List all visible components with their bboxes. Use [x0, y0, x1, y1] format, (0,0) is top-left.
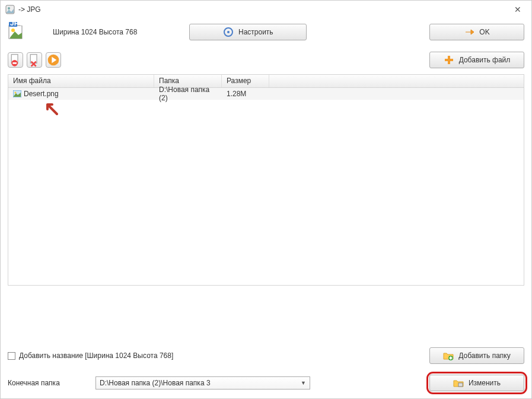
- image-file-icon: [13, 90, 21, 97]
- chevron-down-icon: ▼: [301, 380, 306, 386]
- table-header: Имя файла Папка Размер: [8, 75, 524, 88]
- svg-rect-20: [458, 383, 463, 387]
- dest-folder-select[interactable]: D:\Новая папка (2)\Новая папка 3 ▼: [95, 376, 310, 390]
- folder-plus-icon: [443, 350, 454, 361]
- dest-folder-label: Конечная папка: [8, 379, 91, 387]
- table-row[interactable]: Desert.png D:\Новая папка (2) 1.28M: [8, 88, 524, 100]
- folder-open-icon: [453, 378, 464, 388]
- svg-rect-10: [12, 62, 17, 64]
- ok-button[interactable]: OK: [429, 24, 524, 40]
- col-name[interactable]: Имя файла: [8, 75, 154, 87]
- col-spacer: [269, 75, 524, 87]
- configure-button[interactable]: Настроить: [189, 24, 307, 40]
- toolbar: JPG Ширина 1024 Высота 768 Настроить OK: [1, 18, 531, 52]
- titlebar: -> JPG ✕: [1, 1, 531, 18]
- svg-point-1: [8, 7, 10, 10]
- add-folder-label: Добавить папку: [458, 352, 510, 360]
- col-size[interactable]: Размер: [222, 75, 269, 87]
- plus-icon: [444, 55, 454, 65]
- gear-icon: [223, 27, 234, 37]
- annotation-arrow-icon: [43, 100, 60, 119]
- add-file-label: Добавить файл: [459, 56, 511, 64]
- play-button[interactable]: [46, 52, 61, 68]
- svg-point-5: [11, 28, 15, 32]
- add-title-checkbox[interactable]: [8, 352, 15, 360]
- clear-button[interactable]: [27, 52, 42, 68]
- svg-point-7: [227, 31, 230, 33]
- file-size: 1.28M: [222, 88, 269, 99]
- configure-label: Настроить: [238, 28, 273, 36]
- add-file-button[interactable]: Добавить файл: [429, 52, 524, 68]
- file-name: Desert.png: [24, 90, 59, 98]
- ok-label: OK: [479, 28, 489, 36]
- add-title-label: Добавить название [Ширина 1024 Высота 76…: [19, 352, 173, 360]
- arrow-right-icon: [464, 27, 474, 37]
- file-folder: D:\Новая папка (2): [154, 84, 222, 103]
- jpg-format-icon: JPG: [8, 22, 28, 42]
- change-button[interactable]: Изменить: [429, 375, 524, 391]
- file-table: Имя файла Папка Размер Desert.png D:\Нов…: [8, 74, 524, 286]
- close-button[interactable]: ✕: [509, 5, 527, 14]
- svg-rect-19: [450, 357, 453, 359]
- highlight-annotation: Изменить: [429, 375, 524, 391]
- dest-folder-value: D:\Новая папка (2)\Новая папка 3: [100, 379, 301, 387]
- svg-text:JPG: JPG: [10, 22, 24, 27]
- change-label: Изменить: [469, 379, 501, 387]
- svg-rect-14: [445, 59, 453, 61]
- add-folder-button[interactable]: Добавить папку: [429, 347, 524, 364]
- app-icon: [5, 5, 15, 14]
- dimensions-text: Ширина 1024 Высота 768: [53, 28, 137, 36]
- window-title: -> JPG: [18, 5, 509, 14]
- remove-button[interactable]: [8, 52, 23, 68]
